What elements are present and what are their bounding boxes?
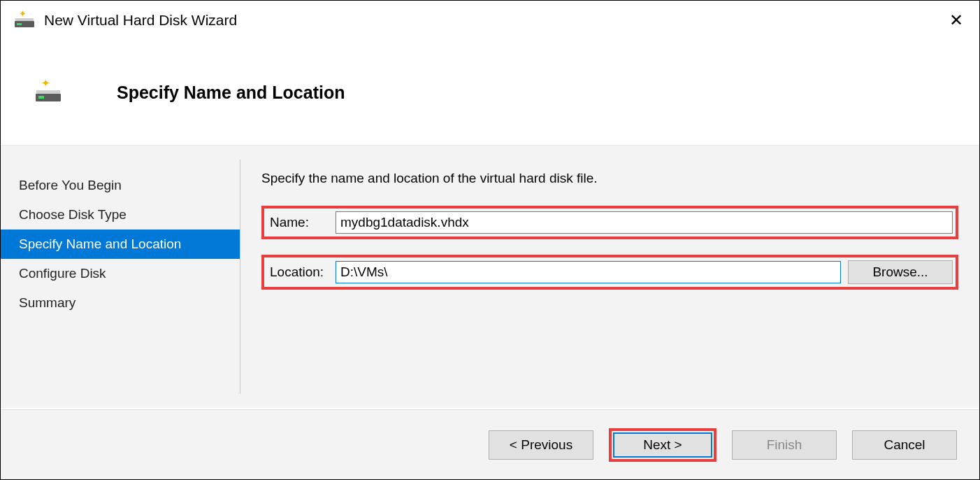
step-summary[interactable]: Summary: [1, 288, 240, 318]
instruction-text: Specify the name and location of the vir…: [261, 171, 958, 186]
cancel-button[interactable]: Cancel: [852, 430, 957, 460]
next-button[interactable]: Next >: [613, 432, 712, 458]
wizard-banner: ✦ Specify Name and Location: [1, 40, 979, 145]
name-input[interactable]: [336, 211, 953, 234]
name-label: Name:: [267, 215, 333, 230]
step-specify-name-location[interactable]: Specify Name and Location: [1, 230, 240, 259]
wizard-body: Before You Begin Choose Disk Type Specif…: [1, 145, 979, 408]
name-field-group: Name:: [261, 206, 958, 239]
step-before-you-begin[interactable]: Before You Begin: [1, 171, 240, 200]
window-title: New Virtual Hard Disk Wizard: [44, 12, 237, 29]
app-disk-icon: ✦: [15, 12, 34, 29]
content-pane: Specify the name and location of the vir…: [240, 146, 979, 408]
title-bar: ✦ New Virtual Hard Disk Wizard ✕: [1, 1, 979, 40]
wizard-footer: < Previous Next > Finish Cancel: [1, 409, 979, 479]
step-configure-disk[interactable]: Configure Disk: [1, 259, 240, 288]
location-input[interactable]: [336, 261, 841, 283]
previous-button[interactable]: < Previous: [489, 430, 593, 460]
banner-disk-icon: ✦: [36, 82, 61, 103]
close-icon[interactable]: ✕: [940, 4, 972, 36]
step-choose-disk-type[interactable]: Choose Disk Type: [1, 200, 240, 230]
location-label: Location:: [267, 264, 333, 280]
next-button-highlight: Next >: [609, 428, 716, 462]
location-field-group: Location: Browse...: [261, 255, 958, 290]
browse-button[interactable]: Browse...: [848, 260, 953, 284]
finish-button[interactable]: Finish: [732, 430, 837, 460]
page-title: Specify Name and Location: [117, 83, 345, 103]
step-list: Before You Begin Choose Disk Type Specif…: [1, 146, 240, 408]
